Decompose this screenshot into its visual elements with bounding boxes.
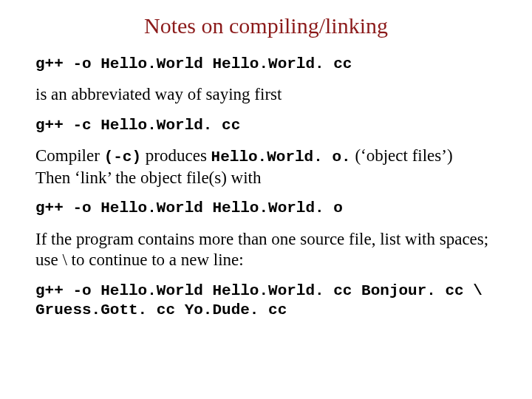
- code-block-1: g++ -o Hello.World Hello.World. cc: [35, 55, 497, 74]
- p2-flag: (-c): [104, 149, 141, 166]
- prose-3: If the program contains more than one so…: [35, 229, 497, 272]
- prose-2: Compiler (-c) produces Hello.World. o. (…: [35, 146, 497, 188]
- p2-text-a: Compiler: [35, 146, 104, 165]
- slide: Notes on compiling/linking g++ -o Hello.…: [0, 0, 532, 399]
- code-block-3: g++ -o Hello.World Hello.World. o: [35, 199, 497, 218]
- prose-1: is an abbreviated way of saying first: [35, 84, 497, 106]
- p2-obj: Hello.World. o.: [211, 149, 351, 166]
- code-block-2: g++ -c Hello.World. cc: [35, 116, 497, 135]
- p2-text-c: (‘object files’): [351, 146, 453, 165]
- slide-title: Notes on compiling/linking: [35, 13, 497, 38]
- p2-line2: Then ‘link’ the object file(s) with: [35, 168, 262, 187]
- code-block-4: g++ -o Hello.World Hello.World. cc Bonjo…: [35, 282, 497, 321]
- p2-text-b: produces: [141, 146, 211, 165]
